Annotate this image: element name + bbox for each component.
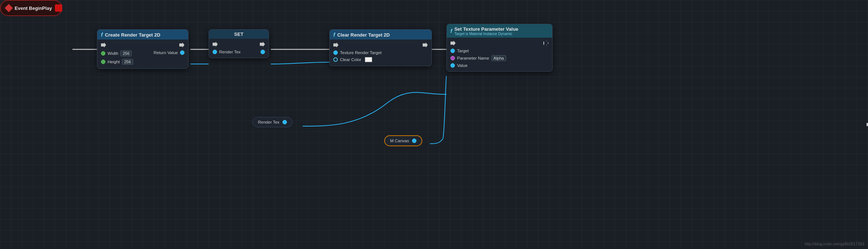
set-texture-param-node[interactable]: f Set Texture Parameter Value Target is … — [446, 24, 553, 72]
event-begin-play-node[interactable]: Event BeginPlay — [0, 0, 62, 16]
width-value[interactable]: 256 — [120, 50, 131, 56]
target-pin[interactable] — [450, 49, 455, 53]
clear-render-target-node[interactable]: f Clear Render Target 2D Texture Render … — [329, 29, 432, 66]
render-tex-in-pin-row: Render Tex — [213, 50, 241, 54]
blueprint-canvas[interactable]: Event BeginPlay f Create Render Target 2… — [0, 0, 868, 249]
height-pin[interactable] — [101, 60, 105, 64]
render-tex-var-pin[interactable] — [283, 120, 287, 124]
return-value-pin[interactable] — [180, 50, 184, 55]
set-texture-param-subtitle: Target is Material Instance Dynamic — [454, 32, 519, 36]
exec-out-pin[interactable] — [179, 42, 184, 48]
exec-in-pin[interactable] — [450, 41, 456, 46]
watermark-text: http://blog.csdn.net/qq992817263 — [805, 242, 864, 246]
render-tex-variable-node[interactable]: Render Tex — [252, 117, 292, 127]
render-tex-in-label: Render Tex — [219, 50, 241, 54]
height-pin-row: Height 256 — [101, 59, 133, 65]
event-diamond-icon — [5, 4, 13, 12]
m-canvas-var-label: M Canvas — [390, 139, 409, 143]
create-render-target-header: f Create Render Target 2D — [97, 30, 188, 39]
return-value-pin-row: Return Value — [154, 50, 184, 55]
parameter-name-label: Parameter Name — [457, 56, 489, 60]
height-value[interactable]: 256 — [122, 59, 133, 65]
texture-render-target-label: Texture Render Target — [340, 50, 382, 55]
exec-in-pin[interactable] — [213, 42, 218, 47]
exec-out-pin[interactable] — [260, 42, 265, 47]
parameter-name-pin-row: Parameter Name Alpha — [450, 55, 549, 61]
m-canvas-var-pin[interactable] — [412, 139, 416, 143]
clear-color-swatch[interactable] — [365, 57, 372, 62]
exec-row — [450, 41, 549, 46]
width-label: Width — [108, 51, 118, 56]
value-pin-row: Value — [450, 63, 549, 68]
value-label: Value — [457, 63, 468, 68]
return-value-label: Return Value — [154, 50, 178, 55]
height-label: Height — [108, 60, 120, 64]
function-icon: f — [333, 32, 335, 38]
exec-out-pin[interactable] — [423, 42, 428, 48]
width-pin[interactable] — [101, 51, 105, 56]
exec-in-pin[interactable] — [333, 42, 338, 48]
exec-out-pin[interactable] — [543, 41, 549, 46]
set-header: SET — [209, 30, 269, 39]
clear-render-target-title: Clear Render Target 2D — [337, 32, 390, 38]
target-label: Target — [457, 49, 469, 53]
event-title: Event BeginPlay — [15, 5, 52, 11]
render-tex-in-pin[interactable] — [213, 50, 217, 54]
set-texture-param-header: f Set Texture Parameter Value Target is … — [447, 24, 552, 38]
render-tex-out-pin[interactable] — [261, 50, 265, 54]
event-red-indicator — [55, 4, 62, 12]
width-pin-row: Width 256 — [101, 50, 133, 56]
exec-row — [213, 42, 265, 47]
set-texture-param-title: Set Texture Parameter Value — [454, 26, 519, 32]
texture-render-target-pin-row: Texture Render Target — [333, 50, 428, 55]
exec-row — [101, 42, 184, 48]
exec-in-pin[interactable] — [101, 42, 106, 48]
texture-render-target-pin[interactable] — [333, 50, 338, 55]
set-title: SET — [234, 31, 243, 37]
set-node[interactable]: SET Render Tex — [209, 29, 269, 58]
parameter-name-pin[interactable] — [450, 56, 455, 60]
create-render-target-title: Create Render Target 2D — [105, 32, 160, 38]
function-icon: f — [101, 32, 103, 38]
parameter-name-value[interactable]: Alpha — [491, 55, 506, 61]
exec-row — [333, 42, 428, 48]
value-pin[interactable] — [450, 63, 455, 68]
clear-color-pin-row: Clear Color — [333, 57, 428, 62]
target-pin-row: Target — [450, 49, 549, 53]
render-tex-var-label: Render Tex — [258, 120, 280, 124]
event-exec-out-pin[interactable] — [867, 122, 868, 127]
create-render-target-node[interactable]: f Create Render Target 2D Width 256 — [97, 29, 188, 69]
clear-render-target-header: f Clear Render Target 2D — [330, 30, 431, 39]
clear-color-pin[interactable] — [333, 57, 338, 62]
function-icon: f — [450, 28, 452, 34]
m-canvas-variable-node[interactable]: M Canvas — [384, 135, 422, 146]
clear-color-label: Clear Color — [340, 57, 361, 62]
